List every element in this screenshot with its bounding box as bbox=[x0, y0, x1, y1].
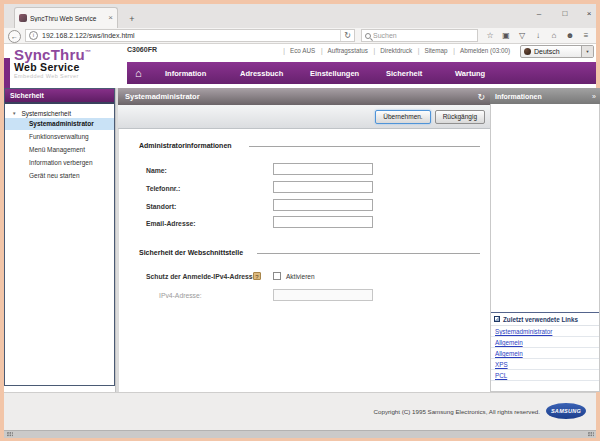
globe-icon bbox=[524, 48, 531, 55]
main-panel-header: Systemadministrator ↻ bbox=[118, 88, 491, 105]
tab-close-icon[interactable]: × bbox=[108, 14, 113, 22]
info-panel-title: Informationen bbox=[490, 93, 592, 100]
trademark: ™ bbox=[85, 49, 91, 55]
purple-accent bbox=[4, 58, 10, 88]
top-link-logout[interactable]: Abmelden (03:00) bbox=[451, 47, 512, 54]
sidebar-item-systemadministrator[interactable]: Systemadministrator bbox=[5, 118, 114, 130]
resize-grip-icon bbox=[7, 432, 13, 437]
top-link-eco[interactable]: Eco AUS bbox=[281, 47, 317, 54]
samsung-logo: SAMSUNG bbox=[546, 403, 586, 419]
screen: SyncThru Web Service × + – □ × ← i 192.1… bbox=[0, 0, 600, 441]
ipv4-label: IPv4-Adresse: bbox=[159, 292, 202, 299]
brand-product: Web Service bbox=[14, 62, 124, 73]
main-toolbar: Übernehmen. Rückgängig bbox=[118, 105, 491, 129]
copyright-text: Copyright (C) 1995 Samsung Electronics, … bbox=[374, 408, 540, 415]
tree-systemsicherheit[interactable]: ▼ Systemsicherheit bbox=[5, 110, 114, 117]
recent-links-icon bbox=[494, 316, 500, 322]
menu-icon[interactable]: ≡ bbox=[578, 29, 594, 43]
language-value: Deutsch bbox=[534, 48, 581, 55]
top-link-jobstatus[interactable]: Auftragsstatus bbox=[319, 47, 370, 54]
browser-titlebar: SyncThru Web Service × + bbox=[4, 4, 596, 28]
sidebar-item-geraet-neu-starten[interactable]: Gerät neu starten bbox=[5, 170, 114, 182]
top-link-directprint[interactable]: Direktdruck bbox=[372, 47, 414, 54]
printer-model: C3060FR bbox=[127, 46, 157, 53]
nav-home-icon[interactable]: ⌂ bbox=[135, 66, 142, 80]
chevron-down-icon[interactable]: ▼ bbox=[581, 46, 593, 57]
samsung-logo-text: SAMSUNG bbox=[551, 408, 581, 414]
nav-adressbuch[interactable]: Adressbuch bbox=[240, 69, 283, 78]
activate-label: Aktivieren bbox=[286, 273, 315, 280]
bookmark-star-icon[interactable]: ☆ bbox=[482, 29, 498, 43]
home-icon[interactable]: ⌂ bbox=[546, 29, 562, 43]
help-icon[interactable]: ? bbox=[253, 272, 261, 280]
search-icon bbox=[365, 33, 371, 39]
back-button[interactable]: ← bbox=[8, 30, 21, 43]
tree-root-label: Systemsicherheit bbox=[21, 110, 71, 117]
name-input[interactable] bbox=[273, 163, 373, 175]
recent-links-header: Zuletzt verwendete Links bbox=[491, 313, 599, 326]
section-divider bbox=[257, 253, 480, 254]
top-link-sitemap[interactable]: Sitemap bbox=[416, 47, 450, 54]
reload-icon[interactable]: ↻ bbox=[340, 30, 354, 41]
nav-information[interactable]: Information bbox=[165, 69, 206, 78]
sidebar-item-funktionsverwaltung[interactable]: Funktionsverwaltung bbox=[5, 131, 114, 143]
info-panel: Informationen » Zuletzt verwendete Links… bbox=[490, 88, 600, 392]
site-info-icon[interactable]: i bbox=[29, 31, 38, 40]
location-label: Standort: bbox=[146, 203, 176, 210]
recent-links-box: Zuletzt verwendete Links Systemadministr… bbox=[491, 312, 599, 381]
downloads-icon[interactable]: ↓ bbox=[530, 29, 546, 43]
name-label: Name: bbox=[146, 167, 167, 174]
brand-tagline: Embedded Web Server bbox=[14, 73, 124, 79]
search-bar[interactable] bbox=[361, 29, 478, 42]
url-bar[interactable]: i 192.168.2.122/sws/index.html ↻ bbox=[25, 29, 355, 42]
language-select[interactable]: Deutsch ▼ bbox=[520, 45, 594, 58]
top-links: Eco AUS Auftragsstatus Direktdruck Sitem… bbox=[281, 47, 512, 54]
tree-expand-icon[interactable]: ▼ bbox=[12, 111, 16, 116]
location-input[interactable] bbox=[273, 199, 373, 211]
sidebar-item-information-verbergen[interactable]: Information verbergen bbox=[5, 157, 114, 169]
new-tab-button[interactable]: + bbox=[124, 12, 140, 26]
page-title: Systemadministrator bbox=[118, 92, 477, 101]
ipv4-input bbox=[273, 289, 373, 301]
resize-grip-icon bbox=[588, 432, 594, 437]
close-button[interactable]: × bbox=[580, 6, 598, 21]
nav-sicherheit[interactable]: Sicherheit bbox=[386, 69, 422, 78]
search-input[interactable] bbox=[373, 32, 463, 39]
ip-protect-label: Schutz der Anmelde-IPv4-Adresse: bbox=[146, 273, 259, 280]
sync-account-icon[interactable]: ☻ bbox=[562, 29, 578, 43]
recent-link-allgemein-2[interactable]: Allgemein bbox=[491, 348, 599, 359]
recent-link-allgemein-1[interactable]: Allgemein bbox=[491, 337, 599, 348]
maximize-button[interactable]: □ bbox=[556, 6, 574, 21]
url-text[interactable]: 192.168.2.122/sws/index.html bbox=[42, 32, 340, 39]
brand-logo: SyncThru™ Web Service Embedded Web Serve… bbox=[14, 45, 124, 79]
page-footer: Copyright (C) 1995 Samsung Electronics, … bbox=[4, 392, 596, 430]
email-input[interactable] bbox=[273, 216, 373, 228]
sidebar-item-menu-management[interactable]: Menü Management bbox=[5, 144, 114, 156]
activate-checkbox[interactable] bbox=[273, 272, 281, 280]
recent-link-pcl[interactable]: PCL bbox=[491, 370, 599, 381]
minimize-button[interactable]: – bbox=[530, 6, 548, 21]
library-icon[interactable]: ▣ bbox=[498, 29, 514, 43]
tab-title: SyncThru Web Service bbox=[30, 15, 105, 22]
brand-name: SyncThru™ bbox=[14, 45, 124, 62]
section-admin-title: Administratorinformationen bbox=[139, 142, 232, 149]
main-panel: Systemadministrator ↻ Übernehmen. Rückgä… bbox=[118, 88, 491, 392]
sidebar: Sicherheit ▼ Systemsicherheit Systemadmi… bbox=[4, 88, 115, 386]
nav-einstellungen[interactable]: Einstellungen bbox=[310, 69, 359, 78]
undo-button[interactable]: Rückgängig bbox=[435, 110, 485, 124]
recent-link-xps[interactable]: XPS bbox=[491, 359, 599, 370]
pocket-icon[interactable]: ▽ bbox=[514, 29, 530, 43]
recent-link-systemadministrator[interactable]: Systemadministrator bbox=[491, 326, 599, 337]
nav-wartung[interactable]: Wartung bbox=[455, 69, 485, 78]
refresh-icon[interactable]: ↻ bbox=[477, 92, 491, 102]
phone-input[interactable] bbox=[273, 181, 373, 193]
info-panel-header: Informationen » bbox=[490, 88, 600, 104]
status-bar bbox=[4, 430, 596, 438]
recent-links-title: Zuletzt verwendete Links bbox=[503, 316, 578, 323]
browser-tab[interactable]: SyncThru Web Service × bbox=[14, 7, 118, 28]
collapse-panel-icon[interactable]: » bbox=[592, 93, 600, 100]
sidebar-header: Sicherheit bbox=[5, 89, 114, 104]
apply-button[interactable]: Übernehmen. bbox=[375, 110, 430, 124]
phone-label: Telefonnr.: bbox=[146, 185, 180, 192]
email-label: Email-Adresse: bbox=[146, 220, 196, 227]
